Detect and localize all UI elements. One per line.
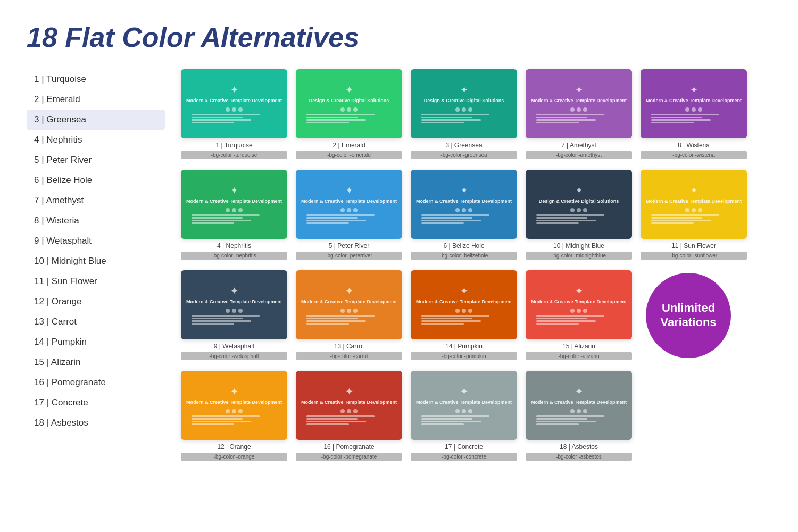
card-tag: -bg-color -midnightblue [526, 252, 632, 260]
preview-icon: ✦ [416, 285, 512, 297]
card-tag: -bg-color -asbestos [526, 453, 632, 461]
card-tag: -bg-color -sunflower [641, 252, 747, 260]
color-card[interactable]: ✦Modern & Creative Template Development1… [641, 170, 747, 260]
preview-icon: ✦ [301, 285, 397, 297]
preview-title: Modern & Creative Template Development [301, 400, 397, 406]
card-label: 4 | Nephritis [181, 242, 287, 250]
preview-title: Modern & Creative Template Development [416, 400, 512, 406]
color-card[interactable]: ✦Modern & Creative Template Development1… [181, 371, 287, 461]
preview-icon: ✦ [416, 84, 512, 96]
preview-title: Modern & Creative Template Development [531, 400, 627, 406]
color-card[interactable]: ✦Modern & Creative Template Development1… [411, 270, 517, 360]
card-preview: ✦Modern & Creative Template Development [411, 270, 517, 339]
card-tag: -bg-color -pomegranate [296, 453, 402, 461]
preview-icon: ✦ [531, 285, 627, 297]
color-card[interactable]: ✦Modern & Creative Template Development5… [296, 170, 402, 260]
card-label: 16 | Pomegranate [296, 443, 402, 451]
card-label: 2 | Emerald [296, 142, 402, 149]
sidebar-item-11-|-sun-flower[interactable]: 11 | Sun Flower [27, 271, 165, 292]
preview-icon: ✦ [301, 84, 397, 96]
card-preview: ✦Modern & Creative Template Development [526, 371, 632, 440]
preview-icon: ✦ [186, 386, 282, 397]
card-tag: -bg-color -carrot [296, 352, 402, 360]
preview-title: Design & Creative Digital Solutions [301, 98, 397, 104]
card-tag: -bg-color -wisteria [641, 151, 747, 159]
sidebar-item-18-|-asbestos[interactable]: 18 | Asbestos [27, 413, 165, 433]
page-title: 18 Flat Color Alternatives [27, 21, 771, 53]
card-tag: -bg-color -wetasphalt [181, 352, 287, 360]
card-tag: -bg-color -pumpkin [411, 352, 517, 360]
preview-title: Modern & Creative Template Development [416, 198, 512, 205]
card-label: 11 | Sun Flower [641, 242, 747, 250]
sidebar-item-10-|-midnight-blue[interactable]: 10 | Midnight Blue [27, 251, 165, 271]
color-card[interactable]: ✦Modern & Creative Template Development1… [296, 371, 402, 461]
color-card[interactable]: ✦Modern & Creative Template Development9… [181, 270, 287, 360]
card-label: 12 | Orange [181, 443, 287, 451]
color-card[interactable]: ✦Modern & Creative Template Development6… [411, 170, 517, 260]
sidebar-item-8-|-wisteria[interactable]: 8 | Wisteria [27, 211, 165, 231]
sidebar-item-14-|-pumpkin[interactable]: 14 | Pumpkin [27, 332, 165, 352]
card-preview: ✦Modern & Creative Template Development [296, 170, 402, 239]
card-preview: ✦Modern & Creative Template Development [411, 371, 517, 440]
sidebar-item-7-|-amethyst[interactable]: 7 | Amethyst [27, 190, 165, 211]
preview-icon: ✦ [531, 84, 627, 96]
sidebar-item-17-|-concrete[interactable]: 17 | Concrete [27, 393, 165, 413]
sidebar-item-3-|-greensea[interactable]: 3 | Greensea [27, 110, 165, 130]
sidebar-item-6-|-belize-hole[interactable]: 6 | Belize Hole [27, 170, 165, 190]
card-label: 13 | Carrot [296, 343, 402, 350]
color-card[interactable]: ✦Design & Creative Digital Solutions2 | … [296, 69, 402, 159]
color-card[interactable]: ✦Modern & Creative Template Development4… [181, 170, 287, 260]
color-card[interactable]: ✦Modern & Creative Template Development8… [641, 69, 747, 159]
grid-row: ✦Modern & Creative Template Development1… [181, 371, 771, 461]
preview-icon: ✦ [301, 185, 397, 196]
card-preview: ✦Modern & Creative Template Development [181, 270, 287, 339]
color-card[interactable]: ✦Modern & Creative Template Development1… [181, 69, 287, 159]
grid-area: ✦Modern & Creative Template Development1… [181, 69, 771, 471]
preview-icon: ✦ [186, 285, 282, 297]
color-card[interactable]: ✦Modern & Creative Template Development1… [526, 371, 632, 461]
sidebar-item-15-|-alizarin[interactable]: 15 | Alizarin [27, 352, 165, 372]
card-preview: ✦Design & Creative Digital Solutions [526, 170, 632, 239]
preview-title: Modern & Creative Template Development [301, 299, 397, 305]
sidebar-item-5-|-peter-river[interactable]: 5 | Peter River [27, 150, 165, 170]
card-label: 5 | Peter River [296, 242, 402, 250]
sidebar-item-9-|-wetasphalt[interactable]: 9 | Wetasphalt [27, 231, 165, 251]
preview-icon: ✦ [531, 185, 627, 196]
grid-row: ✦Modern & Creative Template Development4… [181, 170, 771, 260]
card-label: 8 | Wisteria [641, 142, 747, 149]
card-preview: ✦Modern & Creative Template Development [411, 170, 517, 239]
preview-icon: ✦ [646, 185, 742, 196]
card-label: 9 | Wetasphalt [181, 343, 287, 350]
preview-title: Design & Creative Digital Solutions [531, 198, 627, 205]
card-preview: ✦Modern & Creative Template Development [641, 170, 747, 239]
card-label: 14 | Pumpkin [411, 343, 517, 350]
sidebar-item-1-|-turquoise[interactable]: 1 | Turquoise [27, 69, 165, 89]
color-card[interactable]: ✦Design & Creative Digital Solutions10 |… [526, 170, 632, 260]
color-card[interactable]: ✦Design & Creative Digital Solutions3 | … [411, 69, 517, 159]
card-tag: -bg-color -belizehole [411, 252, 517, 260]
grid-row: ✦Modern & Creative Template Development1… [181, 69, 771, 159]
card-preview: ✦Modern & Creative Template Development [181, 170, 287, 239]
sidebar-item-16-|-pomegranate[interactable]: 16 | Pomegranate [27, 372, 165, 393]
color-card[interactable]: ✦Modern & Creative Template Development7… [526, 69, 632, 159]
card-label: 15 | Alizarin [526, 343, 632, 350]
preview-icon: ✦ [186, 185, 282, 196]
card-label: 6 | Belize Hole [411, 242, 517, 250]
sidebar-item-4-|-nephritis[interactable]: 4 | Nephritis [27, 130, 165, 150]
color-card[interactable]: ✦Modern & Creative Template Development1… [526, 270, 632, 360]
preview-title: Modern & Creative Template Development [531, 299, 627, 305]
main-layout: 1 | Turquoise2 | Emerald3 | Greensea4 | … [27, 69, 771, 471]
card-tag: -bg-color -concrete [411, 453, 517, 461]
card-tag: -bg-color -greensea [411, 151, 517, 159]
sidebar-item-2-|-emerald[interactable]: 2 | Emerald [27, 89, 165, 110]
preview-icon: ✦ [301, 386, 397, 397]
preview-title: Modern & Creative Template Development [416, 299, 512, 305]
card-tag: -bg-color -alizarin [526, 352, 632, 360]
color-card[interactable]: ✦Modern & Creative Template Development1… [296, 270, 402, 360]
sidebar-item-12-|-orange[interactable]: 12 | Orange [27, 292, 165, 312]
preview-icon: ✦ [416, 185, 512, 196]
unlimited-badge: UnlimitedVariations [646, 273, 731, 358]
color-card[interactable]: ✦Modern & Creative Template Development1… [411, 371, 517, 461]
card-tag: -bg-color -nephritis [181, 252, 287, 260]
sidebar-item-13-|-carrot[interactable]: 13 | Carrot [27, 312, 165, 332]
